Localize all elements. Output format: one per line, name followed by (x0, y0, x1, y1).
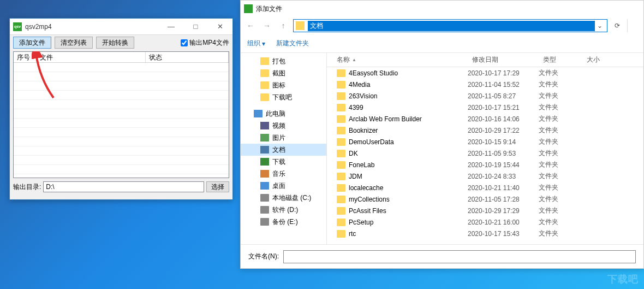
dialog-navbar: ← → ↑ 文档 ⌄ ⟳ (241, 17, 643, 34)
file-row[interactable]: DemoUserData2020-10-15 9:14文件夹 (327, 136, 643, 148)
file-row[interactable]: PcSetup2020-10-21 16:00文件夹 (327, 216, 643, 228)
nav-back-button[interactable]: ← (244, 19, 257, 32)
output-dir-label: 输出目录: (13, 182, 41, 192)
folder-icon (260, 81, 269, 89)
sidebar-item-软件 (D:)[interactable]: 软件 (D:) (241, 204, 326, 216)
file-row[interactable]: 4Media2020-11-04 15:52文件夹 (327, 79, 643, 90)
qsv2mp4-window: qsv qsv2mp4 — □ ✕ 添加文件 清空列表 开始转换 输出MP4文件… (9, 18, 233, 200)
video-icon (260, 122, 269, 129)
close-button[interactable]: ✕ (208, 19, 232, 34)
dl-icon (260, 158, 269, 166)
output-bar: 输出目录: 选择 (10, 179, 232, 194)
drive-icon (260, 194, 269, 202)
folder-icon (337, 92, 345, 100)
output-dir-input[interactable] (43, 181, 204, 192)
sidebar-item-视频[interactable]: 视频 (241, 120, 326, 132)
docs-icon (260, 146, 269, 154)
chevron-down-icon: ▾ (262, 40, 265, 48)
col-type[interactable]: 类型 (539, 55, 582, 64)
organize-menu[interactable]: 组织 ▾ (247, 39, 265, 48)
file-row[interactable]: rtc2020-10-17 15:43文件夹 (327, 228, 643, 239)
folder-icon (337, 230, 345, 238)
file-row[interactable]: 43992020-10-17 15:21文件夹 (327, 102, 643, 113)
dialog-sidebar[interactable]: 打包截图图标下载吧此电脑视频图片文档下载音乐桌面本地磁盘 (C:)软件 (D:)… (241, 53, 327, 244)
files-header: 名称 ▲ 修改日期 类型 大小 (327, 53, 643, 67)
app-icon: qsv (13, 22, 22, 31)
minimize-button[interactable]: — (159, 19, 183, 34)
sidebar-item-文档[interactable]: 文档 (241, 144, 326, 156)
drive-icon (260, 206, 269, 214)
col-no[interactable]: 序号 (14, 52, 37, 62)
add-file-button[interactable]: 添加文件 (13, 37, 51, 49)
folder-icon (337, 184, 345, 192)
filename-label: 文件名(N): (248, 252, 279, 261)
dialog-toolbar: 组织 ▾ 新建文件夹 (241, 34, 643, 53)
dialog-title: 添加文件 (256, 4, 282, 14)
file-row[interactable]: Booknizer2020-10-29 17:22文件夹 (327, 125, 643, 136)
app-title: qsv2mp4 (25, 23, 159, 31)
sidebar-item-备份 (E:)[interactable]: 备份 (E:) (241, 216, 326, 228)
file-row[interactable]: Arclab Web Form Builder2020-10-16 14:06文… (327, 113, 643, 125)
output-mp4-input[interactable] (181, 39, 188, 46)
address-dropdown-icon[interactable]: ⌄ (595, 22, 605, 30)
sidebar-item-打包[interactable]: 打包 (241, 55, 326, 67)
pics-icon (260, 134, 269, 141)
file-row[interactable]: 263Vision2020-11-05 8:27文件夹 (327, 90, 643, 102)
sidebar-item-音乐[interactable]: 音乐 (241, 168, 326, 180)
output-mp4-label: 输出MP4文件 (189, 38, 229, 48)
sidebar-item-本地磁盘 (C:)[interactable]: 本地磁盘 (C:) (241, 192, 326, 204)
drive-icon (260, 218, 269, 226)
sidebar-item-thispc[interactable]: 此电脑 (241, 108, 326, 120)
folder-icon (260, 57, 269, 65)
file-row[interactable]: FoneLab2020-10-19 15:44文件夹 (327, 159, 643, 170)
nav-forward-button[interactable]: → (260, 19, 273, 32)
file-row[interactable]: 4Easysoft Studio2020-10-17 17:29文件夹 (327, 67, 643, 79)
folder-icon (260, 93, 269, 101)
clear-list-button[interactable]: 清空列表 (55, 37, 93, 49)
file-row[interactable]: DK2020-11-05 9:53文件夹 (327, 148, 643, 159)
file-row[interactable]: JDM2020-10-24 8:33文件夹 (327, 170, 643, 182)
desk-icon (260, 182, 269, 190)
output-mp4-checkbox[interactable]: 输出MP4文件 (181, 38, 229, 48)
col-date[interactable]: 修改日期 (468, 55, 539, 64)
file-row[interactable]: PcAssit Files2020-10-29 17:29文件夹 (327, 205, 643, 216)
new-folder-button[interactable]: 新建文件夹 (276, 39, 309, 48)
file-grid[interactable]: 序号 文件 状态 (13, 51, 229, 178)
pc-icon (254, 110, 263, 117)
filename-input[interactable] (283, 250, 636, 263)
refresh-button[interactable]: ⟳ (611, 19, 624, 32)
grid-body (14, 63, 229, 178)
app-toolbar: 添加文件 清空列表 开始转换 输出MP4文件 (10, 35, 232, 50)
sidebar-item-图标[interactable]: 图标 (241, 79, 326, 91)
nav-up-button[interactable]: ↑ (277, 19, 290, 32)
col-size[interactable]: 大小 (582, 55, 643, 64)
file-pane: 名称 ▲ 修改日期 类型 大小 4Easysoft Studio2020-10-… (327, 53, 643, 244)
music-icon (260, 170, 269, 178)
files-list[interactable]: 4Easysoft Studio2020-10-17 17:29文件夹4Medi… (327, 67, 643, 244)
folder-icon (337, 115, 345, 123)
file-row[interactable]: localecache2020-10-21 11:40文件夹 (327, 182, 643, 193)
folder-icon (337, 127, 345, 134)
sidebar-item-图片[interactable]: 图片 (241, 132, 326, 144)
file-row[interactable]: myCollections2020-11-05 17:28文件夹 (327, 193, 643, 205)
start-convert-button[interactable]: 开始转换 (96, 37, 134, 49)
dialog-titlebar[interactable]: 添加文件 (241, 1, 643, 17)
address-text: 文档 (308, 21, 595, 31)
folder-icon (296, 21, 305, 30)
sidebar-item-截图[interactable]: 截图 (241, 67, 326, 79)
folder-icon (337, 161, 345, 169)
sidebar-item-下载[interactable]: 下载 (241, 156, 326, 168)
sidebar-item-下载吧[interactable]: 下载吧 (241, 91, 326, 103)
col-status[interactable]: 状态 (146, 52, 229, 62)
address-bar[interactable]: 文档 ⌄ (293, 19, 607, 32)
app-titlebar[interactable]: qsv qsv2mp4 — □ ✕ (10, 19, 232, 35)
search-button[interactable] (627, 19, 640, 32)
col-file[interactable]: 文件 (37, 52, 146, 62)
maximize-button[interactable]: □ (183, 19, 208, 34)
col-name[interactable]: 名称 ▲ (327, 55, 468, 64)
folder-icon (337, 173, 345, 180)
folder-icon (337, 138, 345, 146)
sidebar-item-桌面[interactable]: 桌面 (241, 180, 326, 192)
folder-icon (337, 207, 345, 215)
browse-button[interactable]: 选择 (206, 181, 229, 192)
